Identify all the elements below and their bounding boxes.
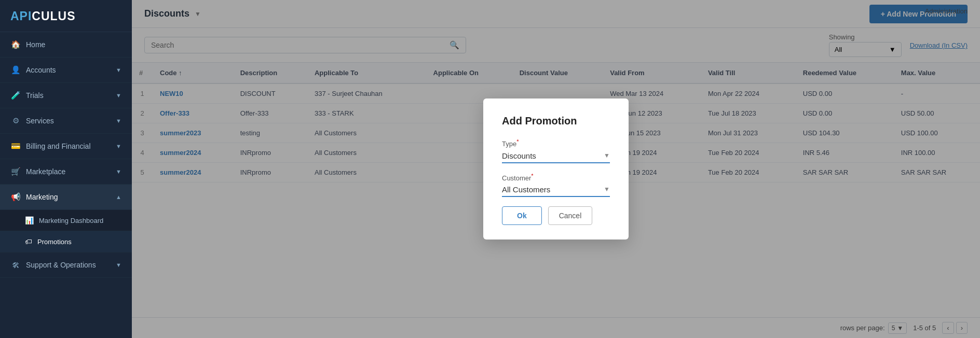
modal-overlay: Add Promotion Type* Discounts ▼ Customer… <box>132 0 980 338</box>
sidebar-item-promotions[interactable]: 🏷 Promotions <box>0 231 132 252</box>
sidebar-item-label: Billing and Financial <box>26 142 91 150</box>
customer-select-wrapper[interactable]: All Customers ▼ <box>502 185 610 197</box>
add-promotion-modal: Add Promotion Type* Discounts ▼ Customer… <box>483 98 629 240</box>
marketing-icon: 📢 <box>10 192 21 202</box>
ok-button[interactable]: Ok <box>502 206 542 225</box>
sidebar-item-label: Marketing <box>26 193 58 201</box>
sidebar-item-label: Marketplace <box>26 167 65 176</box>
trials-icon: 🧪 <box>10 90 21 101</box>
customer-label: Customer* <box>502 173 610 182</box>
sidebar-item-services[interactable]: ⚙ Services ▼ <box>0 108 132 134</box>
sidebar-item-accounts[interactable]: 👤 Accounts ▼ <box>0 58 132 83</box>
sidebar-item-home[interactable]: 🏠 Home <box>0 32 132 58</box>
type-select-wrapper[interactable]: Discounts ▼ <box>502 151 610 163</box>
customer-select-arrow: ▼ <box>604 186 610 193</box>
chevron-down-icon: ▼ <box>116 118 121 124</box>
chevron-down-icon: ▼ <box>116 143 121 149</box>
modal-actions: Ok Cancel <box>502 206 610 225</box>
cancel-button[interactable]: Cancel <box>548 206 593 225</box>
sidebar-item-trials[interactable]: 🧪 Trials ▼ <box>0 83 132 108</box>
accounts-icon: 👤 <box>10 65 21 75</box>
sidebar-item-support[interactable]: 🛠 Support & Operations ▼ <box>0 252 132 278</box>
customer-select-value: All Customers <box>502 185 550 194</box>
chevron-down-icon: ▼ <box>116 168 121 175</box>
type-select-arrow: ▼ <box>604 152 610 159</box>
app-logo: APICULUS <box>0 0 132 32</box>
modal-title: Add Promotion <box>502 115 610 127</box>
billing-icon: 💳 <box>10 141 21 151</box>
sidebar-nav: 🏠 Home 👤 Accounts ▼ 🧪 Trials ▼ ⚙ Servic <box>0 32 132 338</box>
chevron-down-icon: ▼ <box>116 67 121 73</box>
dashboard-icon: 📊 <box>25 216 34 224</box>
sidebar-item-billing[interactable]: 💳 Billing and Financial ▼ <box>0 134 132 159</box>
app-name: APICULUS <box>10 10 76 23</box>
main-content: Administration Discounts ▼ + Add New Pro… <box>132 0 980 338</box>
sidebar-sub-item-label: Promotions <box>37 238 72 246</box>
sidebar-item-marketplace[interactable]: 🛒 Marketplace ▼ <box>0 159 132 185</box>
services-icon: ⚙ <box>10 116 21 126</box>
chevron-down-icon: ▼ <box>116 92 121 98</box>
sidebar: APICULUS 🏠 Home 👤 Accounts ▼ 🧪 Trials ▼ <box>0 0 132 338</box>
marketplace-icon: 🛒 <box>10 166 21 177</box>
sidebar-item-label: Accounts <box>26 66 56 74</box>
sidebar-sub-item-label: Marketing Dashboard <box>39 217 103 224</box>
home-icon: 🏠 <box>10 39 21 50</box>
sidebar-item-label: Trials <box>26 91 44 100</box>
type-label: Type* <box>502 138 610 148</box>
sidebar-item-label: Home <box>26 40 45 49</box>
sidebar-item-label: Services <box>26 117 54 125</box>
customer-field: Customer* All Customers ▼ <box>502 173 610 197</box>
sidebar-item-label: Support & Operations <box>26 261 96 269</box>
support-icon: 🛠 <box>10 260 21 270</box>
chevron-up-icon: ▲ <box>116 194 121 200</box>
promotions-icon: 🏷 <box>25 237 32 246</box>
type-field: Type* Discounts ▼ <box>502 138 610 163</box>
chevron-down-icon: ▼ <box>116 262 121 268</box>
sidebar-item-marketing-dashboard[interactable]: 📊 Marketing Dashboard <box>0 210 132 231</box>
type-select-value: Discounts <box>502 151 536 160</box>
sidebar-item-marketing[interactable]: 📢 Marketing ▲ <box>0 185 132 210</box>
